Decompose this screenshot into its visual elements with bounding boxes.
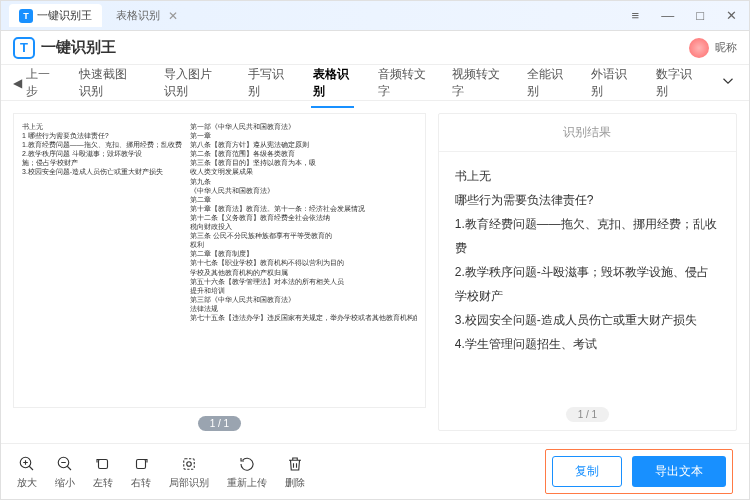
- preview-line: 施；侵占学校财产: [22, 158, 186, 167]
- app-window: T 一键识别王 表格识别 ✕ ≡ — □ ✕ T 一键识别王 昵称 ◀ 上一步 …: [0, 0, 750, 500]
- crop-button[interactable]: 局部识别: [169, 454, 209, 490]
- preview-line: 1.教育经费问题——拖欠、克扣、挪用经费；乱收费: [22, 140, 186, 149]
- zoom-in-label: 放大: [17, 476, 37, 490]
- titlebar-app-name: 一键识别王: [37, 8, 92, 23]
- preview-page-badge: 1 / 1: [198, 416, 241, 431]
- tab-close-icon[interactable]: ✕: [168, 9, 178, 23]
- nav-item-2[interactable]: 手写识别: [246, 58, 289, 108]
- nav-item-0[interactable]: 快速截图识别: [77, 58, 139, 108]
- nav-item-6[interactable]: 全能识别: [525, 58, 568, 108]
- svg-rect-4: [184, 458, 195, 469]
- rotate-left-button[interactable]: 左转: [93, 454, 113, 490]
- preview-line: 第二章: [190, 195, 417, 204]
- result-line: 4.学生管理问题招生、考试: [455, 332, 720, 356]
- preview-line: 第十七条【职业学校】教育机构不得以营利为目的: [190, 258, 417, 267]
- nav-item-7[interactable]: 外语识别: [589, 58, 632, 108]
- titlebar-app-tab[interactable]: T 一键识别王: [9, 4, 102, 27]
- titlebar: T 一键识别王 表格识别 ✕ ≡ — □ ✕: [1, 1, 749, 31]
- result-heading: 识别结果: [439, 114, 736, 152]
- preview-line: 权利: [190, 240, 417, 249]
- svg-rect-3: [137, 459, 146, 468]
- zoom-in-icon: [17, 454, 37, 474]
- preview-line: 提升和培训: [190, 286, 417, 295]
- preview-line: 第二章【教育制度】: [190, 249, 417, 258]
- preview-line: 第九条: [190, 177, 417, 186]
- titlebar-doc-tab[interactable]: 表格识别 ✕: [106, 4, 188, 27]
- rotate-left-icon: [93, 454, 113, 474]
- rotate-right-icon: [131, 454, 151, 474]
- preview-line: 第三条【教育目的】坚持以教育为本，吸: [190, 158, 417, 167]
- navbar: ◀ 上一步 快速截图识别导入图片识别手写识别表格识别音频转文字视频转文字全能识别…: [1, 65, 749, 101]
- nav-item-4[interactable]: 音频转文字: [376, 58, 429, 108]
- result-line: 1.教育经费问题——拖欠、克扣、挪用经费；乱收费: [455, 212, 720, 260]
- result-body[interactable]: 书上无哪些行为需要负法律责任?1.教育经费问题——拖欠、克扣、挪用经费；乱收费2…: [439, 152, 736, 396]
- preview-line: 第一部《中华人民共和国教育法》: [190, 122, 417, 131]
- zoom-in-button[interactable]: 放大: [17, 454, 37, 490]
- header-logo-icon: T: [13, 37, 35, 59]
- rotate-right-button[interactable]: 右转: [131, 454, 151, 490]
- document-preview[interactable]: 书上无1 哪些行为需要负法律责任?1.教育经费问题——拖欠、克扣、挪用经费；乱收…: [13, 113, 426, 408]
- preview-line: 税向财政投入: [190, 222, 417, 231]
- result-panel: 识别结果 书上无哪些行为需要负法律责任?1.教育经费问题——拖欠、克扣、挪用经费…: [438, 113, 737, 431]
- close-icon[interactable]: ✕: [722, 6, 741, 25]
- reupload-label: 重新上传: [227, 476, 267, 490]
- preview-line: 第三部《中华人民共和国教育法》: [190, 295, 417, 304]
- preview-line: 第七十五条【违法办学】违反国家有关规定，举办学校或者其他教育机构的: [190, 313, 417, 322]
- zoom-out-button[interactable]: 缩小: [55, 454, 75, 490]
- avatar[interactable]: [689, 38, 709, 58]
- preview-line: 书上无: [22, 122, 186, 131]
- nickname-label[interactable]: 昵称: [715, 40, 737, 55]
- footer: 放大 缩小 左转 右转 局部识别 重新上传 删除 复制 导出文本: [1, 443, 749, 499]
- result-page-badge: 1 / 1: [566, 407, 609, 422]
- nav-item-3[interactable]: 表格识别: [311, 58, 354, 108]
- svg-rect-2: [99, 459, 108, 468]
- maximize-icon[interactable]: □: [692, 6, 708, 25]
- app-logo-icon: T: [19, 9, 33, 23]
- preview-line: 第十章【教育法】教育法。第十一条：经济社会发展情况: [190, 204, 417, 213]
- rotate-right-label: 右转: [131, 476, 151, 490]
- copy-button[interactable]: 复制: [552, 456, 622, 487]
- menu-icon[interactable]: ≡: [628, 6, 644, 25]
- nav-more-icon[interactable]: [719, 72, 737, 93]
- result-line: 书上无: [455, 164, 720, 188]
- preview-line: 2.教学秩序问题 斗殴滋事；毁坏教学设: [22, 149, 186, 158]
- preview-line: 第三条 公民不分民族种族都享有平等受教育的: [190, 231, 417, 240]
- rotate-left-label: 左转: [93, 476, 113, 490]
- back-label: 上一步: [26, 66, 55, 100]
- preview-line: 法律法规: [190, 304, 417, 313]
- delete-button[interactable]: 删除: [285, 454, 305, 490]
- crop-icon: [179, 454, 199, 474]
- preview-line: 第五十六条【教学管理法】对本法的所有相关人员: [190, 277, 417, 286]
- preview-line: 3.校园安全问题-造成人员伤亡或重大财产损失: [22, 167, 186, 176]
- export-button[interactable]: 导出文本: [632, 456, 726, 487]
- crop-label: 局部识别: [169, 476, 209, 490]
- back-button[interactable]: ◀ 上一步: [13, 66, 55, 100]
- tool-group: 放大 缩小 左转 右转 局部识别 重新上传 删除: [17, 454, 305, 490]
- svg-point-5: [187, 461, 192, 466]
- preview-panel: 书上无1 哪些行为需要负法律责任?1.教育经费问题——拖欠、克扣、挪用经费；乱收…: [13, 113, 426, 431]
- nav-item-5[interactable]: 视频转文字: [450, 58, 503, 108]
- reupload-button[interactable]: 重新上传: [227, 454, 267, 490]
- zoom-out-icon: [55, 454, 75, 474]
- preview-line: 《中华人民共和国教育法》: [190, 186, 417, 195]
- result-line: 哪些行为需要负法律责任?: [455, 188, 720, 212]
- reupload-icon: [237, 454, 257, 474]
- delete-label: 删除: [285, 476, 305, 490]
- nav-item-8[interactable]: 数字识别: [654, 58, 697, 108]
- result-line: 2.教学秩序问题-斗殴滋事；毁坏教学设施、侵占学校财产: [455, 260, 720, 308]
- result-line: 3.校园安全问题-造成人员伤亡或重大财产损失: [455, 308, 720, 332]
- nav-item-1[interactable]: 导入图片识别: [162, 58, 224, 108]
- preview-line: 第一章: [190, 131, 417, 140]
- preview-line: 学校及其他教育机构的产权归属: [190, 268, 417, 277]
- zoom-out-label: 缩小: [55, 476, 75, 490]
- action-group: 复制 导出文本: [545, 449, 733, 494]
- preview-line: 1 哪些行为需要负法律责任?: [22, 131, 186, 140]
- header-title: 一键识别王: [41, 38, 116, 57]
- preview-line: 收人类文明发展成果: [190, 167, 417, 176]
- minimize-icon[interactable]: —: [657, 6, 678, 25]
- preview-line: 第八条【教育方针】遵从宪法确定原则: [190, 140, 417, 149]
- preview-line: 第十二条【义务教育】教育经费全社会依法纳: [190, 213, 417, 222]
- preview-line: 第二条【教育范围】各级各类教育: [190, 149, 417, 158]
- content: 书上无1 哪些行为需要负法律责任?1.教育经费问题——拖欠、克扣、挪用经费；乱收…: [1, 101, 749, 443]
- titlebar-tab-label: 表格识别: [116, 8, 160, 23]
